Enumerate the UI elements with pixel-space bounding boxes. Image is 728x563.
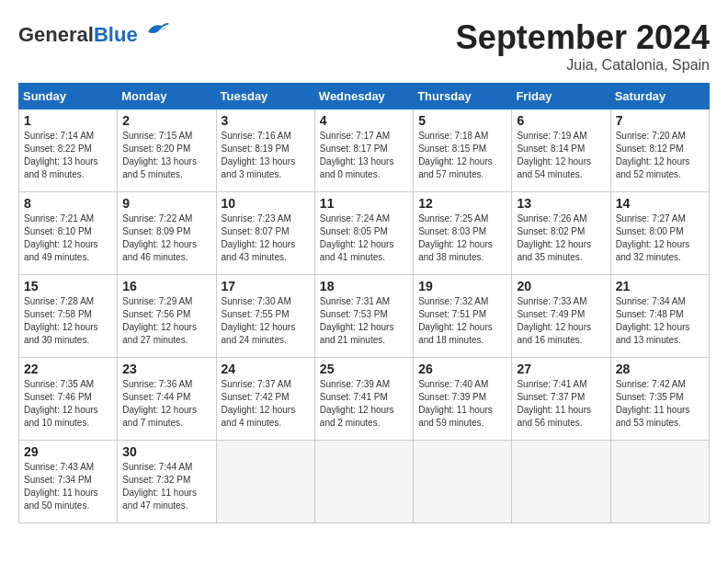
day-info: Sunrise: 7:26 AMSunset: 8:02 PMDaylight:… bbox=[517, 213, 605, 264]
table-row bbox=[216, 441, 314, 523]
month-year-title: September 2024 bbox=[456, 18, 710, 57]
day-info: Sunrise: 7:28 AMSunset: 7:58 PMDaylight:… bbox=[24, 295, 112, 347]
table-row: 16Sunrise: 7:29 AMSunset: 7:56 PMDayligh… bbox=[118, 275, 216, 358]
day-number: 16 bbox=[122, 279, 210, 293]
table-row: 27Sunrise: 7:41 AMSunset: 7:37 PMDayligh… bbox=[512, 358, 610, 441]
day-info: Sunrise: 7:15 AMSunset: 8:20 PMDaylight:… bbox=[122, 130, 210, 181]
day-number: 13 bbox=[517, 196, 605, 211]
table-row: 1Sunrise: 7:14 AMSunset: 8:22 PMDaylight… bbox=[19, 109, 118, 192]
day-info: Sunrise: 7:16 AMSunset: 8:19 PMDaylight:… bbox=[222, 130, 310, 181]
table-row: 6Sunrise: 7:19 AMSunset: 8:14 PMDaylight… bbox=[512, 109, 610, 192]
day-number: 3 bbox=[222, 113, 310, 128]
col-saturday: Saturday bbox=[610, 84, 709, 109]
day-info: Sunrise: 7:18 AMSunset: 8:15 PMDaylight:… bbox=[418, 130, 506, 181]
day-number: 19 bbox=[418, 279, 506, 293]
day-info: Sunrise: 7:41 AMSunset: 7:37 PMDaylight:… bbox=[517, 378, 605, 430]
calendar-week-3: 15Sunrise: 7:28 AMSunset: 7:58 PMDayligh… bbox=[19, 275, 710, 358]
table-row: 29Sunrise: 7:43 AMSunset: 7:34 PMDayligh… bbox=[19, 441, 118, 523]
day-info: Sunrise: 7:24 AMSunset: 8:05 PMDaylight:… bbox=[320, 213, 408, 264]
day-info: Sunrise: 7:20 AMSunset: 8:12 PMDaylight:… bbox=[616, 130, 704, 181]
day-number: 21 bbox=[616, 279, 704, 293]
col-friday: Friday bbox=[512, 84, 610, 109]
logo-general-text: General bbox=[18, 23, 94, 46]
table-row: 10Sunrise: 7:23 AMSunset: 8:07 PMDayligh… bbox=[216, 192, 314, 275]
day-number: 11 bbox=[320, 196, 408, 211]
col-thursday: Thursday bbox=[414, 84, 512, 109]
calendar-header-row: Sunday Monday Tuesday Wednesday Thursday… bbox=[19, 84, 710, 109]
day-number: 22 bbox=[24, 362, 112, 376]
day-number: 8 bbox=[24, 196, 112, 211]
table-row: 14Sunrise: 7:27 AMSunset: 8:00 PMDayligh… bbox=[610, 192, 709, 275]
table-row bbox=[512, 441, 610, 523]
day-number: 7 bbox=[616, 113, 704, 128]
table-row: 4Sunrise: 7:17 AMSunset: 8:17 PMDaylight… bbox=[314, 109, 413, 192]
day-number: 29 bbox=[24, 444, 112, 459]
table-row: 23Sunrise: 7:36 AMSunset: 7:44 PMDayligh… bbox=[118, 358, 216, 441]
day-info: Sunrise: 7:27 AMSunset: 8:00 PMDaylight:… bbox=[616, 213, 704, 264]
table-row: 2Sunrise: 7:15 AMSunset: 8:20 PMDaylight… bbox=[118, 109, 216, 192]
table-row: 28Sunrise: 7:42 AMSunset: 7:35 PMDayligh… bbox=[610, 358, 709, 441]
table-row: 11Sunrise: 7:24 AMSunset: 8:05 PMDayligh… bbox=[314, 192, 413, 275]
day-info: Sunrise: 7:32 AMSunset: 7:51 PMDaylight:… bbox=[418, 295, 506, 347]
table-row bbox=[414, 441, 512, 523]
day-info: Sunrise: 7:37 AMSunset: 7:42 PMDaylight:… bbox=[222, 378, 310, 430]
day-info: Sunrise: 7:22 AMSunset: 8:09 PMDaylight:… bbox=[122, 213, 210, 264]
day-number: 6 bbox=[517, 113, 605, 128]
col-wednesday: Wednesday bbox=[314, 84, 413, 109]
table-row: 20Sunrise: 7:33 AMSunset: 7:49 PMDayligh… bbox=[512, 275, 610, 358]
logo-bird-icon bbox=[143, 18, 171, 41]
table-row: 7Sunrise: 7:20 AMSunset: 8:12 PMDaylight… bbox=[610, 109, 709, 192]
day-number: 2 bbox=[122, 113, 210, 128]
col-sunday: Sunday bbox=[19, 84, 118, 109]
day-info: Sunrise: 7:33 AMSunset: 7:49 PMDaylight:… bbox=[517, 295, 605, 347]
table-row: 8Sunrise: 7:21 AMSunset: 8:10 PMDaylight… bbox=[19, 192, 118, 275]
day-info: Sunrise: 7:31 AMSunset: 7:53 PMDaylight:… bbox=[320, 295, 408, 347]
table-row: 30Sunrise: 7:44 AMSunset: 7:32 PMDayligh… bbox=[118, 441, 216, 523]
day-info: Sunrise: 7:23 AMSunset: 8:07 PMDaylight:… bbox=[222, 213, 310, 264]
day-info: Sunrise: 7:39 AMSunset: 7:41 PMDaylight:… bbox=[320, 378, 408, 430]
day-number: 17 bbox=[222, 279, 310, 293]
table-row: 17Sunrise: 7:30 AMSunset: 7:55 PMDayligh… bbox=[216, 275, 314, 358]
table-row: 15Sunrise: 7:28 AMSunset: 7:58 PMDayligh… bbox=[19, 275, 118, 358]
day-number: 15 bbox=[24, 279, 112, 293]
day-info: Sunrise: 7:14 AMSunset: 8:22 PMDaylight:… bbox=[24, 130, 112, 181]
day-number: 10 bbox=[222, 196, 310, 211]
day-info: Sunrise: 7:35 AMSunset: 7:46 PMDaylight:… bbox=[24, 378, 112, 430]
day-number: 25 bbox=[320, 362, 408, 376]
page-header: GeneralBlue September 2024 Juia, Catalon… bbox=[18, 18, 710, 74]
table-row: 3Sunrise: 7:16 AMSunset: 8:19 PMDaylight… bbox=[216, 109, 314, 192]
day-number: 1 bbox=[24, 113, 112, 128]
day-number: 20 bbox=[517, 279, 605, 293]
day-info: Sunrise: 7:40 AMSunset: 7:39 PMDaylight:… bbox=[418, 378, 506, 430]
location-subtitle: Juia, Catalonia, Spain bbox=[456, 57, 710, 74]
table-row bbox=[610, 441, 709, 523]
day-info: Sunrise: 7:36 AMSunset: 7:44 PMDaylight:… bbox=[122, 378, 210, 430]
table-row bbox=[314, 441, 413, 523]
day-info: Sunrise: 7:30 AMSunset: 7:55 PMDaylight:… bbox=[222, 295, 310, 347]
day-number: 18 bbox=[320, 279, 408, 293]
day-number: 12 bbox=[418, 196, 506, 211]
day-info: Sunrise: 7:34 AMSunset: 7:48 PMDaylight:… bbox=[616, 295, 704, 347]
day-info: Sunrise: 7:42 AMSunset: 7:35 PMDaylight:… bbox=[616, 378, 704, 430]
calendar-week-2: 8Sunrise: 7:21 AMSunset: 8:10 PMDaylight… bbox=[19, 192, 710, 275]
calendar-week-5: 29Sunrise: 7:43 AMSunset: 7:34 PMDayligh… bbox=[19, 441, 710, 523]
table-row: 24Sunrise: 7:37 AMSunset: 7:42 PMDayligh… bbox=[216, 358, 314, 441]
day-number: 28 bbox=[616, 362, 704, 376]
day-number: 27 bbox=[517, 362, 605, 376]
day-info: Sunrise: 7:19 AMSunset: 8:14 PMDaylight:… bbox=[517, 130, 605, 181]
table-row: 21Sunrise: 7:34 AMSunset: 7:48 PMDayligh… bbox=[610, 275, 709, 358]
day-info: Sunrise: 7:25 AMSunset: 8:03 PMDaylight:… bbox=[418, 213, 506, 264]
day-number: 26 bbox=[418, 362, 506, 376]
table-row: 12Sunrise: 7:25 AMSunset: 8:03 PMDayligh… bbox=[414, 192, 512, 275]
day-info: Sunrise: 7:43 AMSunset: 7:34 PMDaylight:… bbox=[24, 461, 112, 512]
table-row: 19Sunrise: 7:32 AMSunset: 7:51 PMDayligh… bbox=[414, 275, 512, 358]
calendar-week-4: 22Sunrise: 7:35 AMSunset: 7:46 PMDayligh… bbox=[19, 358, 710, 441]
table-row: 25Sunrise: 7:39 AMSunset: 7:41 PMDayligh… bbox=[314, 358, 413, 441]
day-info: Sunrise: 7:21 AMSunset: 8:10 PMDaylight:… bbox=[24, 213, 112, 264]
col-monday: Monday bbox=[118, 84, 216, 109]
logo: GeneralBlue bbox=[18, 18, 171, 47]
day-info: Sunrise: 7:29 AMSunset: 7:56 PMDaylight:… bbox=[122, 295, 210, 347]
table-row: 26Sunrise: 7:40 AMSunset: 7:39 PMDayligh… bbox=[414, 358, 512, 441]
title-section: September 2024 Juia, Catalonia, Spain bbox=[456, 18, 710, 74]
day-number: 9 bbox=[122, 196, 210, 211]
